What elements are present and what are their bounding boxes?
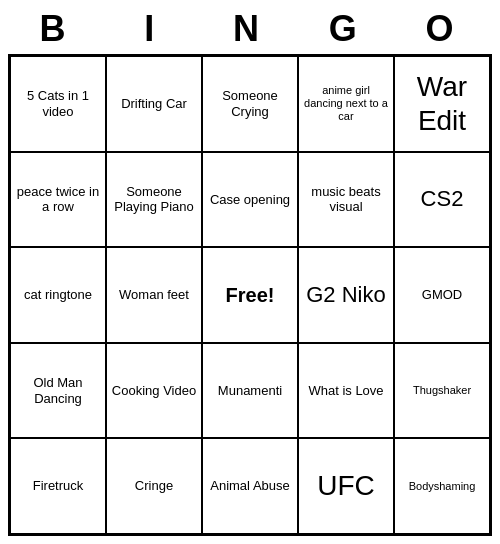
cell-1: Drifting Car [106,56,202,152]
cell-15: Old Man Dancing [10,343,106,439]
title-i: I [105,8,202,50]
cell-16: Cooking Video [106,343,202,439]
title-n: N [202,8,299,50]
cell-20: Firetruck [10,438,106,534]
cell-21: Cringe [106,438,202,534]
title-b: B [8,8,105,50]
cell-19: Thugshaker [394,343,490,439]
cell-10: cat ringtone [10,247,106,343]
cell-11: Woman feet [106,247,202,343]
cell-7: Case opening [202,152,298,248]
cell-0: 5 Cats in 1 video [10,56,106,152]
cell-9: CS2 [394,152,490,248]
cell-22: Animal Abuse [202,438,298,534]
bingo-grid: 5 Cats in 1 video Drifting Car Someone C… [8,54,492,536]
title-o: O [395,8,492,50]
cell-12-free: Free! [202,247,298,343]
cell-3: anime girl dancing next to a car [298,56,394,152]
cell-23: UFC [298,438,394,534]
cell-6: Someone Playing Piano [106,152,202,248]
cell-4: War Edit [394,56,490,152]
cell-14: GMOD [394,247,490,343]
bingo-title: B I N G O [8,8,492,50]
cell-8: music beats visual [298,152,394,248]
title-g: G [298,8,395,50]
cell-17: Munamenti [202,343,298,439]
cell-18: What is Love [298,343,394,439]
cell-24: Bodyshaming [394,438,490,534]
cell-2: Someone Crying [202,56,298,152]
cell-13: G2 Niko [298,247,394,343]
cell-5: peace twice in a row [10,152,106,248]
